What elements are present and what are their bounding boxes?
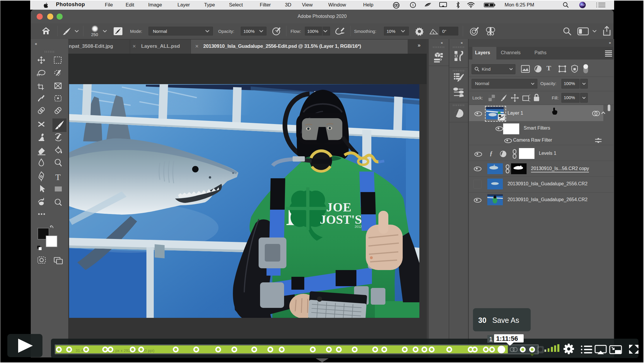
svg-text:1: 1 — [489, 335, 493, 343]
svg-text:JOE: JOE — [326, 200, 352, 214]
svg-text:JOST'S: JOST'S — [320, 213, 362, 226]
svg-text:1: 1 — [412, 3, 414, 7]
svg-text:30: 30 — [478, 316, 486, 324]
svg-text:Save As: Save As — [492, 316, 519, 324]
svg-text:1:11:56: 1:11:56 — [496, 335, 518, 342]
svg-text:2012: 2012 — [355, 225, 362, 228]
svg-text:T: T — [55, 172, 61, 182]
